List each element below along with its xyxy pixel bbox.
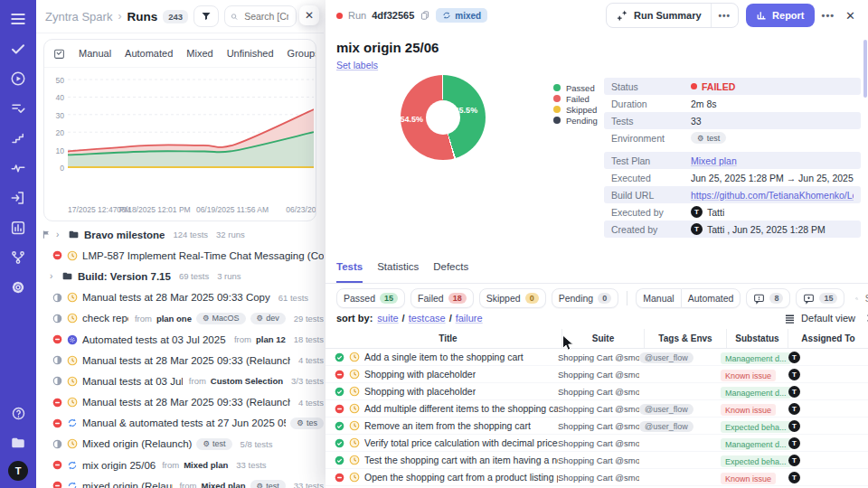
table-row[interactable]: Add multiple different items to the shop…	[326, 400, 868, 418]
run-group-item[interactable]: ›Build: Version 7.1569 tests3 runs	[36, 266, 324, 286]
sidebar-import-icon[interactable]	[7, 187, 29, 209]
copy-run-id-button[interactable]	[420, 10, 430, 21]
area-chart	[68, 75, 314, 176]
column-header-title[interactable]: Title	[326, 333, 561, 343]
detail-link[interactable]: Mixed plan	[691, 155, 737, 166]
runs-tab-unfinished[interactable]: Unfinished	[227, 48, 274, 59]
runs-tab-manual[interactable]: Manual	[79, 48, 111, 59]
filter-automated[interactable]: Automated	[681, 288, 741, 308]
gear-icon: ⚙	[257, 314, 264, 323]
sidebar-menu-icon[interactable]	[7, 8, 29, 30]
scrollbar-thumb[interactable]	[863, 40, 867, 98]
filter-failed[interactable]: Failed 18	[410, 288, 474, 308]
filter-skipped[interactable]: Skipped 0	[479, 288, 546, 308]
sidebar-projects-folder-icon[interactable]	[7, 432, 29, 454]
filter-manual[interactable]: Manual	[636, 288, 680, 308]
user-avatar[interactable]: T	[8, 461, 28, 481]
filter-button[interactable]	[193, 5, 219, 27]
detail-row-executed-by: Executed byTTatti	[604, 203, 861, 221]
count-badge: 15	[380, 293, 398, 304]
table-row[interactable]: Open the shopping cart from a product li…	[326, 469, 868, 486]
sort-by-suite[interactable]: suite	[377, 313, 398, 324]
run-list-item[interactable]: check report sharingfromplan one⚙MacOS⚙d…	[36, 308, 324, 329]
table-row[interactable]: Shopping with placeholder Shopping Cart …	[326, 383, 868, 400]
run-list-item[interactable]: mix origin 25/06fromMixed plan33 tests	[36, 455, 324, 475]
run-list-item[interactable]: Manual tests at 28 Mar 2025 09:33 (Relau…	[36, 350, 324, 371]
from-plan[interactable]: plan one	[156, 314, 192, 324]
y-axis-tick: 10	[44, 146, 64, 155]
expand-chevron-icon[interactable]: ›	[50, 271, 57, 281]
table-row[interactable]: Add a single item to the shopping cart S…	[326, 349, 868, 366]
detail-link[interactable]: https://github.com/TetianaKhomenko/Load-…	[691, 190, 854, 201]
sidebar-play-circle-icon[interactable]	[7, 68, 29, 89]
run-list-item[interactable]: Manual tests at 28 Mar 2025 09:33 Copy61…	[36, 287, 324, 308]
run-list-item[interactable]: Manual & automated tests at 27 Jun 2025 …	[36, 413, 324, 434]
filter-passed[interactable]: Passed 15	[336, 288, 405, 308]
view-selector[interactable]: Default view	[801, 313, 855, 324]
tab-defects[interactable]: Defects	[433, 261, 468, 283]
run-summary-button[interactable]: Run Summary	[607, 9, 711, 22]
from-plan[interactable]: Custom Selection	[211, 376, 283, 386]
breadcrumb-project[interactable]: Zyntra Spark	[45, 10, 112, 23]
close-detail-button[interactable]: ✕	[842, 9, 859, 23]
comment-plus-filter[interactable]: 15	[796, 288, 844, 308]
sidebar-help-icon[interactable]	[7, 402, 29, 424]
run-list-item[interactable]: mixed origin (Relaunch)fromMixed plan⚙te…	[36, 475, 324, 488]
run-list-item[interactable]: LMP-587 Implement Real-Time Chat Messagi…	[36, 245, 324, 266]
runs-tab-groups[interactable]: Groups	[288, 48, 316, 59]
donut-passed-label: 45.5%	[455, 106, 478, 115]
tests-search[interactable]	[855, 289, 868, 307]
test-type-manual-icon	[349, 420, 360, 431]
column-header-suite[interactable]: Suite	[561, 329, 644, 348]
runs-search[interactable]	[224, 5, 297, 27]
filter-pending[interactable]: Pending 0	[552, 288, 619, 308]
sidebar-branch-icon[interactable]	[7, 247, 29, 268]
from-plan[interactable]: Mixed plan	[201, 481, 245, 488]
column-header-substatus[interactable]: Substatus	[726, 329, 788, 348]
run-list-item[interactable]: Manual tests at 28 Mar 2025 09:33 (Relau…	[36, 392, 324, 413]
run-list-item[interactable]: Manual tests at 03 Jul 2025 12:08fromCus…	[36, 371, 324, 391]
table-row[interactable]: Test the shopping cart with an item havi…	[326, 452, 868, 469]
column-header-tags-envs[interactable]: Tags & Envs	[644, 329, 726, 348]
gear-icon: ⚙	[203, 439, 210, 448]
test-suite: Shopping Cart @smoke ...	[558, 387, 639, 397]
run-list-item[interactable]: Mixed origin (Relaunch)⚙test5/8 tests	[36, 434, 324, 455]
more-actions-button[interactable]: •••	[822, 10, 835, 21]
substatus-badge: Management d...	[721, 352, 791, 364]
sidebar-analytics-icon[interactable]	[7, 217, 29, 239]
comment-exclamation-filter[interactable]: 8	[746, 288, 790, 308]
run-group-item[interactable]: ›Bravo milestone124 tests32 runs	[36, 224, 324, 245]
tab-tests[interactable]: Tests	[336, 261, 363, 283]
table-row[interactable]: Remove an item from the shopping cart Sh…	[326, 418, 868, 435]
tests-search-input[interactable]	[863, 292, 868, 305]
sidebar-check-icon[interactable]	[7, 38, 29, 60]
table-row[interactable]: Verify total price calculation with deci…	[326, 435, 868, 452]
runs-panel-close-button[interactable]: ✕	[299, 5, 319, 25]
column-header-assigned-to[interactable]: Assigned To	[788, 329, 868, 348]
detail-row-status: StatusFAILED	[604, 78, 861, 95]
runs-search-input[interactable]	[242, 10, 290, 23]
from-plan[interactable]: plan 12	[256, 334, 286, 344]
run-list-item[interactable]: Automated tests at 03 Jul 2025 13:25from…	[36, 329, 324, 350]
sidebar-steps-icon[interactable]	[7, 127, 29, 149]
table-row[interactable]: Shopping with placeholder Shopping Cart …	[326, 366, 868, 383]
set-labels-link[interactable]: Set labels	[326, 55, 389, 70]
from-plan[interactable]: Mixed plan	[184, 460, 228, 470]
run-summary-more-button[interactable]: •••	[711, 4, 739, 27]
folder-icon	[61, 270, 73, 282]
tests-table: TitleSuiteTags & EnvsSubstatusAssigned T…	[326, 329, 868, 488]
test-title: Open the shopping cart from a product li…	[364, 472, 558, 483]
run-status-partial-icon	[52, 376, 62, 386]
sort-by-failure[interactable]: failure	[456, 313, 483, 324]
report-button[interactable]: Report	[746, 4, 814, 27]
sort-by-testcase[interactable]: testcase	[409, 313, 446, 324]
sidebar-pulse-icon[interactable]	[7, 157, 29, 179]
runs-panel-header: Zyntra Spark › Runs 243	[36, 0, 324, 33]
runs-tab-mixed[interactable]: Mixed	[186, 48, 212, 59]
sidebar-gear-icon[interactable]	[7, 277, 29, 298]
tab-statistics[interactable]: Statistics	[377, 261, 419, 283]
sidebar-list-check-icon[interactable]	[7, 98, 29, 119]
runs-tab-automated[interactable]: Automated	[125, 48, 173, 59]
expand-chevron-icon[interactable]: ›	[56, 230, 63, 239]
calendar-chart-icon[interactable]	[53, 48, 65, 60]
